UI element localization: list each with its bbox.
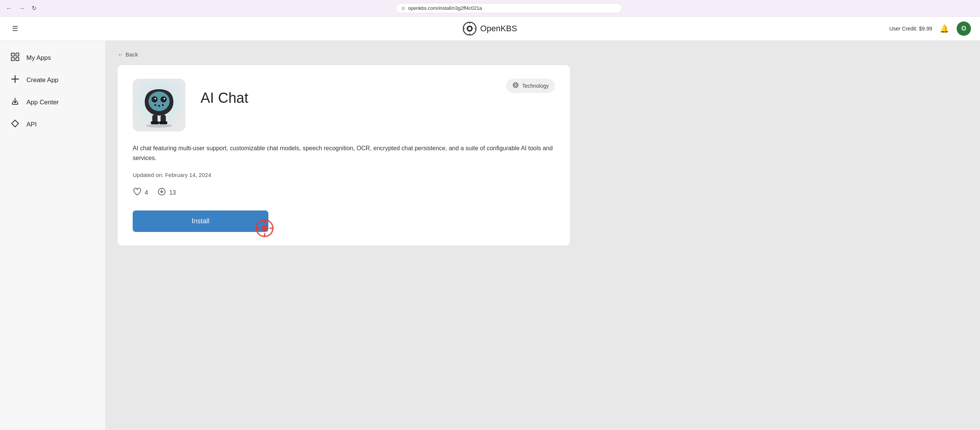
- downloads-count: 13: [169, 189, 176, 196]
- url-text: openkbs.com/install/n3g2ff4c021a: [408, 5, 482, 11]
- nav-right: User Credit: $9.99 🔔 O: [889, 21, 971, 36]
- sidebar-item-my-apps-label: My Apps: [26, 54, 51, 62]
- install-button[interactable]: Install: [133, 211, 268, 232]
- likes-count: 4: [145, 189, 148, 196]
- grid-icon: [11, 53, 20, 63]
- forward-button[interactable]: →: [18, 3, 26, 13]
- svg-point-19: [153, 98, 156, 101]
- svg-point-16: [148, 92, 170, 111]
- sidebar-item-app-center-label: App Center: [26, 98, 59, 106]
- top-navbar: ☰ OpenKBS User Credit: $9.99 🔔 O: [0, 17, 980, 41]
- install-label: Install: [191, 217, 209, 225]
- svg-rect-9: [11, 58, 14, 60]
- logo-text: OpenKBS: [480, 24, 517, 33]
- svg-rect-32: [515, 84, 517, 86]
- likes-stat: 4: [133, 187, 148, 198]
- sidebar-item-create-app[interactable]: Create App: [0, 69, 105, 91]
- diamond-icon: [11, 119, 20, 130]
- address-icon: ⊙: [401, 6, 405, 11]
- bell-button[interactable]: 🔔: [940, 24, 949, 33]
- svg-rect-7: [11, 53, 14, 56]
- browser-chrome: ← → ↻ ⊙ openkbs.com/install/n3g2ff4c021a: [0, 0, 980, 17]
- chip-icon: [512, 82, 519, 90]
- logo-area: OpenKBS: [463, 22, 517, 35]
- heart-icon: [133, 187, 142, 198]
- category-badge: Technology: [506, 79, 555, 93]
- hamburger-button[interactable]: ☰: [9, 21, 21, 36]
- svg-rect-8: [16, 53, 19, 56]
- plus-icon: [11, 75, 20, 85]
- reload-button[interactable]: ↻: [30, 3, 38, 13]
- app-icon: [135, 81, 184, 130]
- svg-rect-28: [151, 121, 159, 124]
- user-credit: User Credit: $9.99: [889, 25, 932, 32]
- sidebar-item-app-center[interactable]: App Center: [0, 91, 105, 113]
- app-card: AI Chat: [118, 65, 570, 246]
- svg-point-22: [164, 98, 165, 99]
- download-icon: [11, 97, 20, 107]
- download-circle-icon: [157, 187, 166, 198]
- app-stats: 4 13: [133, 187, 555, 198]
- page-content: ← Back: [105, 41, 980, 430]
- back-arrow-icon: ←: [118, 51, 123, 58]
- sidebar: My Apps Create App: [0, 41, 105, 430]
- app-icon-box: [133, 79, 185, 132]
- avatar-letter: O: [961, 25, 966, 32]
- back-label: Back: [126, 51, 138, 58]
- main-content: My Apps Create App: [0, 41, 980, 430]
- svg-point-2: [468, 27, 471, 30]
- sidebar-item-create-app-label: Create App: [26, 76, 59, 84]
- address-bar[interactable]: ⊙ openkbs.com/install/n3g2ff4c021a: [396, 3, 622, 13]
- svg-rect-31: [514, 83, 517, 87]
- svg-point-30: [146, 124, 172, 128]
- app-description: AI chat featuring multi-user support, cu…: [133, 143, 555, 163]
- logo-icon: [463, 22, 476, 35]
- svg-point-25: [162, 104, 164, 106]
- back-button[interactable]: ←: [5, 3, 14, 13]
- svg-point-24: [158, 105, 160, 107]
- app-updated: Updated on: February 14, 2024: [133, 172, 555, 178]
- svg-point-21: [154, 98, 156, 99]
- app-title-area: AI Chat: [200, 79, 555, 106]
- sidebar-item-my-apps[interactable]: My Apps: [0, 47, 105, 69]
- category-label: Technology: [522, 83, 549, 89]
- hamburger-icon: ☰: [12, 25, 18, 32]
- app-title: AI Chat: [200, 90, 555, 106]
- sidebar-item-api-label: API: [26, 121, 37, 129]
- svg-point-23: [154, 104, 156, 106]
- svg-rect-10: [16, 58, 19, 60]
- bell-icon: 🔔: [940, 24, 949, 33]
- app-layout: ☰ OpenKBS User Credit: $9.99 🔔 O: [0, 17, 980, 430]
- sidebar-item-api[interactable]: API: [0, 113, 105, 136]
- avatar[interactable]: O: [957, 21, 971, 36]
- downloads-stat: 13: [157, 187, 176, 198]
- app-card-header: AI Chat: [133, 79, 555, 132]
- back-button[interactable]: ← Back: [118, 51, 138, 58]
- svg-rect-29: [159, 121, 167, 124]
- svg-point-20: [162, 98, 165, 101]
